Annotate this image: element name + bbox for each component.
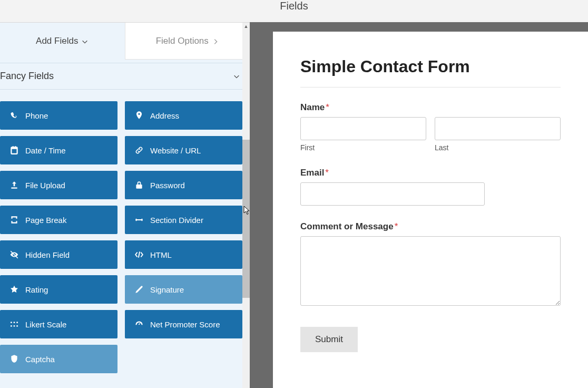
name-label: Name*	[300, 102, 561, 113]
tab-field-options[interactable]: Field Options	[125, 23, 250, 60]
scrollbar-thumb[interactable]	[242, 140, 250, 298]
lock-icon	[134, 180, 144, 190]
field-label: Date / Time	[25, 146, 66, 155]
shield-icon	[9, 354, 19, 364]
pin-icon	[134, 111, 144, 120]
header: Fields	[0, 0, 588, 22]
submit-button[interactable]: Submit	[300, 327, 358, 352]
form-preview: Simple Contact Form Name* First Last Ema…	[273, 32, 588, 388]
pagebreak-icon	[9, 215, 19, 225]
field-label: File Upload	[25, 181, 65, 190]
field-label: Address	[150, 111, 179, 120]
chevron-down-icon	[81, 37, 89, 45]
svg-point-1	[14, 322, 15, 323]
tab-label: Field Options	[156, 36, 209, 46]
section-title: Fancy Fields	[0, 71, 54, 82]
field-hidden-field[interactable]: Hidden Field	[0, 240, 117, 269]
calendar-icon	[9, 146, 19, 155]
field-likert-scale[interactable]: Likert Scale	[0, 310, 117, 338]
dots-icon	[9, 319, 19, 329]
svg-point-5	[16, 325, 18, 327]
scroll-up-icon[interactable]: ▲	[242, 23, 250, 30]
svg-point-0	[11, 322, 12, 323]
left-panel: Add Fields Field Options Fancy Fields Ph…	[0, 22, 250, 388]
required-mark: *	[325, 168, 329, 178]
svg-point-2	[16, 322, 18, 323]
field-label: Password	[150, 181, 185, 190]
field-label: Signature	[150, 285, 184, 294]
field-grid: PhoneAddressDate / TimeWebsite / URLFile…	[0, 90, 250, 373]
page-title: Fields	[280, 0, 308, 12]
field-html[interactable]: HTML	[125, 240, 242, 269]
email-input[interactable]	[300, 182, 485, 206]
field-label: Likert Scale	[25, 320, 66, 329]
star-icon	[9, 285, 19, 294]
main: Add Fields Field Options Fancy Fields Ph…	[0, 22, 588, 388]
required-mark: *	[326, 102, 329, 112]
last-name-col: Last	[435, 117, 561, 152]
first-name-col: First	[300, 117, 426, 152]
last-sublabel: Last	[435, 143, 561, 152]
svg-point-3	[11, 325, 12, 327]
scrollbar-track[interactable]: ▲	[242, 23, 250, 388]
field-date-time[interactable]: Date / Time	[0, 136, 117, 164]
divider-icon	[134, 215, 144, 225]
field-signature[interactable]: Signature	[125, 275, 242, 304]
tab-add-fields[interactable]: Add Fields	[0, 23, 125, 60]
field-label: Phone	[25, 111, 48, 120]
field-label: Hidden Field	[25, 250, 70, 259]
field-page-break[interactable]: Page Break	[0, 206, 117, 234]
divider	[300, 87, 561, 88]
field-label: Website / URL	[150, 146, 201, 155]
field-file-upload[interactable]: File Upload	[0, 171, 117, 199]
field-net-promoter-score[interactable]: Net Promoter Score	[125, 310, 242, 338]
field-rating[interactable]: Rating	[0, 275, 117, 304]
field-label: Captcha	[25, 355, 55, 364]
field-website-url[interactable]: Website / URL	[125, 136, 242, 164]
field-password[interactable]: Password	[125, 171, 242, 199]
chevron-right-icon	[212, 37, 219, 45]
required-mark: *	[395, 221, 398, 231]
field-section-divider[interactable]: Section Divider	[125, 206, 242, 234]
comment-textarea[interactable]	[300, 236, 561, 306]
eye-off-icon	[9, 250, 19, 259]
last-name-input[interactable]	[435, 117, 561, 140]
field-label: Net Promoter Score	[150, 320, 220, 329]
form-title: Simple Contact Form	[300, 57, 561, 76]
chevron-down-icon	[233, 73, 240, 80]
preview-area: Simple Contact Form Name* First Last Ema…	[250, 22, 588, 388]
field-address[interactable]: Address	[125, 101, 242, 130]
field-phone[interactable]: Phone	[0, 101, 117, 130]
first-name-input[interactable]	[300, 117, 426, 140]
svg-point-4	[14, 325, 15, 327]
field-label: Section Divider	[150, 216, 203, 225]
link-icon	[134, 146, 144, 155]
tabs: Add Fields Field Options	[0, 23, 250, 60]
field-label: Page Break	[25, 216, 66, 225]
pencil-icon	[134, 285, 144, 294]
field-label: Rating	[25, 285, 48, 294]
code-icon	[134, 250, 144, 259]
name-row: First Last	[300, 117, 561, 152]
email-label: Email*	[300, 168, 561, 178]
gauge-icon	[134, 319, 144, 329]
upload-icon	[9, 180, 19, 190]
tab-label: Add Fields	[36, 36, 78, 46]
field-label: HTML	[150, 250, 172, 259]
section-header[interactable]: Fancy Fields	[0, 63, 250, 90]
field-captcha[interactable]: Captcha	[0, 345, 117, 373]
phone-icon	[9, 111, 19, 120]
first-sublabel: First	[300, 143, 426, 152]
comment-label: Comment or Message*	[300, 221, 561, 232]
